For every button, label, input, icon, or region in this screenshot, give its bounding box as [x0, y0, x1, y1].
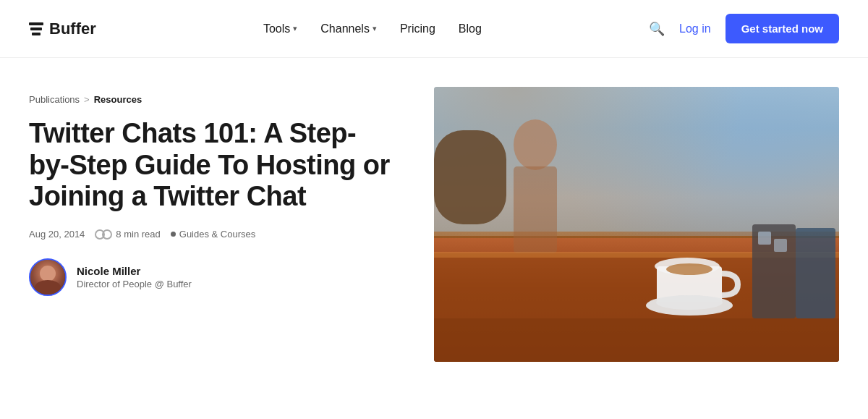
author-info: Nicole Miller Director of People @ Buffe…	[29, 258, 391, 296]
logo[interactable]: Buffer	[29, 20, 96, 38]
nav-blog[interactable]: Blog	[459, 22, 482, 35]
svg-point-9	[666, 263, 712, 275]
hero-image-container	[434, 87, 839, 362]
search-icon[interactable]: 🔍	[649, 21, 665, 37]
article-title: Twitter Chats 101: A Step-by-Step Guide …	[29, 118, 391, 213]
get-started-button[interactable]: Get started now	[726, 14, 839, 43]
tools-chevron-icon: ▾	[293, 24, 297, 33]
nav-tools[interactable]: Tools ▾	[263, 22, 297, 35]
svg-rect-2	[514, 166, 557, 253]
svg-rect-16	[796, 228, 835, 318]
buffer-logo-icon	[29, 22, 43, 35]
svg-rect-14	[774, 239, 787, 252]
svg-point-1	[514, 119, 557, 170]
read-time-icon	[95, 229, 112, 240]
breadcrumb-separator: >	[84, 94, 90, 105]
nav-center: Tools ▾ Channels ▾ Pricing Blog	[263, 22, 482, 35]
tag-dot-icon	[171, 232, 176, 237]
channels-chevron-icon: ▾	[373, 24, 377, 33]
nav-right: 🔍 Log in Get started now	[649, 14, 839, 43]
svg-point-10	[646, 295, 733, 316]
hero-image-overlay	[434, 87, 839, 362]
article-date: Aug 20, 2014	[29, 229, 85, 240]
article-meta: Aug 20, 2014 8 min read Guides & Courses	[29, 229, 391, 240]
author-avatar	[29, 258, 67, 296]
article-left: Publications > Resources Twitter Chats 1…	[29, 87, 391, 296]
hero-svg	[434, 87, 839, 362]
author-role: Director of People @ Buffer	[77, 279, 192, 289]
breadcrumb: Publications > Resources	[29, 94, 391, 105]
breadcrumb-resources[interactable]: Resources	[94, 94, 142, 105]
svg-rect-3	[434, 130, 506, 224]
navbar: Buffer Tools ▾ Channels ▾ Pricing Blog 🔍…	[0, 0, 868, 58]
nav-pricing[interactable]: Pricing	[400, 22, 435, 35]
login-link[interactable]: Log in	[679, 22, 711, 35]
logo-text: Buffer	[49, 20, 96, 38]
article-tag: Guides & Courses	[171, 229, 256, 240]
nav-channels[interactable]: Channels ▾	[320, 22, 377, 35]
article-read-time: 8 min read	[95, 229, 160, 240]
author-name[interactable]: Nicole Miller	[77, 265, 192, 277]
avatar-image	[30, 260, 65, 295]
breadcrumb-publications[interactable]: Publications	[29, 94, 80, 105]
svg-rect-17	[434, 318, 839, 362]
main-content: Publications > Resources Twitter Chats 1…	[0, 58, 868, 419]
svg-rect-13	[758, 232, 771, 245]
